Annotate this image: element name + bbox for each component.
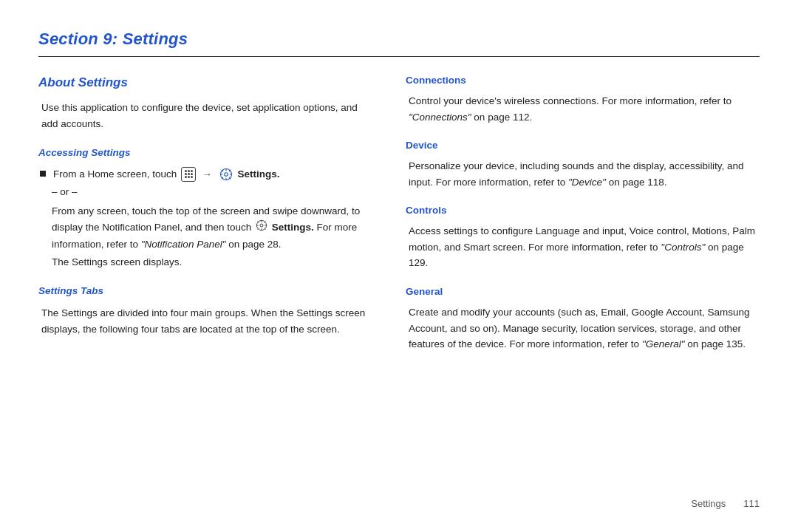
continuation-settings-bold: Settings. [272, 222, 314, 233]
main-content: About Settings Use this application to c… [38, 73, 760, 366]
grid-dot [185, 176, 187, 178]
grid-dot [188, 176, 190, 178]
about-settings-title: About Settings [38, 73, 370, 92]
right-column: Connections Control your device's wirele… [406, 73, 760, 366]
accessing-bullet: From a Home screen, touch [38, 167, 370, 183]
general-title: General [406, 284, 760, 300]
grid-dot [191, 173, 193, 175]
controls-description: Access settings to configure Language an… [406, 223, 760, 271]
section-divider [38, 56, 760, 57]
settings-tabs-description: The Settings are divided into four main … [38, 305, 370, 337]
screen-displays-text: The Settings screen displays. [38, 255, 370, 270]
footer-label: Settings [691, 497, 726, 511]
accessing-settings-title: Accessing Settings [38, 146, 370, 161]
svg-point-3 [260, 224, 263, 227]
or-line: – or – [38, 185, 370, 200]
general-link: "General" [642, 338, 685, 349]
settings-tabs-section: Settings Tabs The Settings are divided i… [38, 284, 370, 337]
svg-point-1 [224, 173, 228, 177]
page-ref1-text: on page 28. [228, 239, 281, 250]
accessing-settings-section: Accessing Settings From a Home screen, t… [38, 146, 370, 271]
grid-dot [191, 170, 193, 172]
section-title: Section 9: Settings [38, 27, 760, 52]
general-section: General Create and modify your accounts … [406, 284, 760, 352]
continuation-pre: From any screen, touch the top of the sc… [52, 205, 360, 233]
controls-link: "Controls" [661, 242, 705, 253]
settings-tabs-title: Settings Tabs [38, 284, 370, 299]
general-description: Create and modify your accounts (such as… [406, 304, 760, 352]
connections-section: Connections Control your device's wirele… [406, 73, 760, 125]
device-link: "Device" [568, 177, 606, 188]
device-section: Device Personalize your device, includin… [406, 138, 760, 190]
footer-page-number: 111 [743, 497, 760, 511]
left-column: About Settings Use this application to c… [38, 73, 370, 366]
controls-section: Controls Access settings to configure La… [406, 203, 760, 271]
settings-gear-icon [219, 167, 233, 182]
connections-description: Control your device's wireless connectio… [406, 93, 760, 125]
device-title: Device [406, 138, 760, 154]
bullet-text: From a Home screen, touch [53, 167, 279, 183]
controls-title: Controls [406, 203, 760, 219]
settings-label: Settings. [237, 168, 279, 180]
about-description: Use this application to configure the de… [38, 100, 370, 132]
connections-link: "Connections" [409, 112, 471, 123]
page-footer: Settings 111 [691, 497, 760, 511]
grid-dot [188, 170, 190, 172]
connections-title: Connections [406, 73, 760, 89]
grid-dot [185, 170, 187, 172]
bullet-line-pre: From a Home screen, touch [53, 168, 177, 180]
notification-panel-link: "Notification Panel" [141, 239, 226, 250]
device-description: Personalize your device, including sound… [406, 158, 760, 190]
grid-dot [188, 173, 190, 175]
grid-dot [191, 176, 193, 178]
continuation-text: From any screen, touch the top of the sc… [38, 203, 370, 252]
arrow-icon: → [202, 167, 212, 182]
inline-gear-icon [256, 219, 267, 236]
apps-grid-icon [181, 167, 196, 182]
grid-dot [185, 173, 187, 175]
grid-dots [185, 170, 193, 178]
bullet-square-icon [40, 171, 46, 177]
